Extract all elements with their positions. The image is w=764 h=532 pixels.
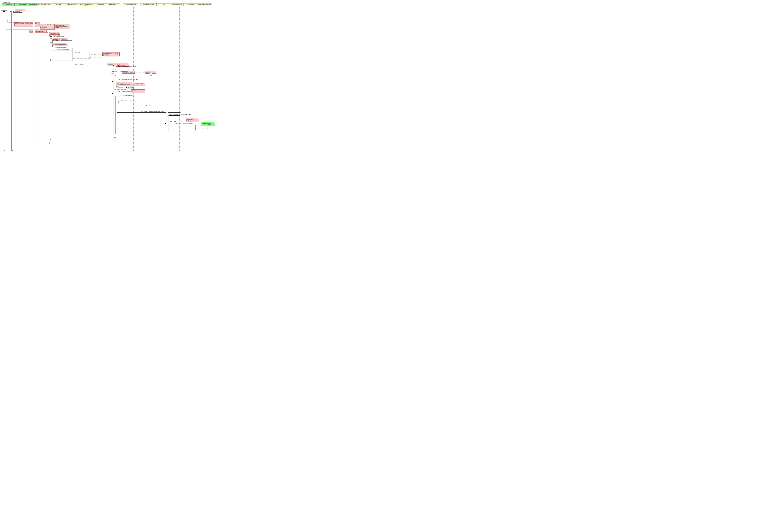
message-arrow [34, 33, 48, 33]
message-arrow [13, 16, 34, 16]
message-label-m19: 1.2.1.2.4.2.4: startActivityUnchecked() [116, 91, 132, 92]
activation-bar [49, 37, 50, 142]
activation-bar [207, 127, 209, 129]
message-arrow [167, 115, 180, 116]
message-label-m1: 1: startActivity() [1, 10, 8, 11]
message-label-m25: 1.2.1.2.4.2.4.1.3.1.1: resumeTopActivity… [169, 121, 191, 122]
activation-bar [180, 112, 181, 116]
message-label-m27: 1.2.1.2.4.2.4.1.3.1.1.1.1: startProcessA… [195, 126, 214, 126]
note-n3: 1. whoThread = 调用者的mainThread 2. 调用者的包名 … [40, 24, 55, 30]
participant-atms2: ActivityTaskManagerService [197, 3, 212, 6]
message-label-m23: 1.2.1.2.4.2.4.1.3: resumeFocusedTasksTop… [141, 111, 164, 112]
return-arrow [50, 60, 73, 60]
return-arrow [49, 35, 60, 36]
frame-title: sd startActivity [2, 2, 11, 3]
lifeline-asc [74, 7, 74, 151]
participant-activitystarter: ActivityStarter [105, 3, 120, 6]
message-label-m20: 1.2.1.2.4.2.4.1: startActivityInner() [118, 95, 133, 96]
return-arrow [13, 146, 34, 146]
message-label-m8: 1.2.1.2.2: enforceNotIsolatedCaller() [53, 45, 69, 46]
participant-rwc: RootWindowContainer [123, 3, 138, 6]
message-label-m14: 1.2.1.2.4.1: getTopDisplayFocusedRootTas… [117, 66, 137, 67]
return-arrow [50, 61, 73, 61]
message-label-m21: 1.2.1.2.4.2.4.1.1: getLaunchRootTask() [119, 100, 135, 101]
message-label-m7: 1.2.1.2.1: assertPackageMatchesCallingUi… [53, 40, 72, 41]
lifeline-rwc2 [179, 7, 180, 151]
alt-operator-label: alt [6, 20, 9, 21]
return-arrow [115, 69, 133, 69]
message-label-m10: 1.2.1.2.3.1: handleIncomingUser() [55, 49, 69, 50]
message-arrow [90, 56, 103, 56]
note-n14: 判断是否可以启动Activity 比如是否home可用拒绝启动等情况 [116, 82, 132, 86]
message-label-m3: 1.2: execStartActivity() [17, 15, 26, 16]
message-label-m13: 1.2.1.2.4: execute() [75, 64, 84, 65]
activation-bar [33, 16, 35, 146]
message-label-m12: 1.2.1.2.3.1.1.1: handleIncomingUser() [91, 54, 106, 55]
lifeline-usercontroller [103, 7, 103, 151]
message-label-m9: 1.2.1.2.3: checkTargetUser() [55, 47, 67, 48]
return-arrow [168, 115, 180, 115]
message-label-m6: 1.2.1.2: startActivityAsUser() [53, 36, 65, 37]
participant-atms: ActivityTaskManagerService [37, 3, 52, 6]
message-label-m16: 1.2.1.2.4.2.1: checkStartAnyActivityPerm… [126, 71, 146, 72]
lifeline-atms2 [207, 7, 207, 151]
participant-rwc2: RootWindowContainer [169, 3, 184, 6]
message-label-m17: 1.2.1.2.4.2.2: shouldAbortBackgroundActi… [116, 79, 137, 80]
activation-bar [102, 56, 104, 58]
participant-asc: ActivityStartController [64, 3, 79, 6]
activity-record-object: ActivityRecord [127, 86, 135, 88]
message-label-m4: 1.2.1: startActivity() [35, 31, 43, 32]
message-arrow [114, 67, 133, 67]
sequence-diagram-frame: sd startActivity ContextImplActivityThre… [2, 2, 238, 154]
note-n16: 记录到mLastStartActivityRecord [131, 89, 145, 93]
message-label-m22: 1.2.1.2.4.2.4.1.2: startActivityLocked() [135, 105, 151, 106]
return-arrow [90, 58, 103, 58]
note-n4: caller = whoThread callingPackage 调用者包名 … [55, 24, 71, 29]
participant-ats: ActivityTaskSupervisor [140, 3, 156, 6]
message-label-m26: 1.2.1.2.4.2.4.1.3.1.1.1: resumeTopActivi… [175, 123, 193, 124]
message-arrow [13, 12, 22, 13]
return-arrow [50, 140, 114, 140]
return-arrow [168, 130, 195, 130]
activation-bar [115, 96, 117, 134]
activation-bar [194, 125, 196, 130]
activation-bar [11, 11, 13, 151]
message-label-m11: 1.2.1.2.3.1.1: handleIncomingUser() [75, 52, 91, 53]
note-n15: 启动，不可启动，延迟了ActivityRecord [132, 82, 145, 86]
participant-amsls: ActivityManagerService.LocalService [79, 3, 94, 7]
lifeline-amsls [89, 7, 89, 151]
participant-taskfragment: TaskFragment [183, 3, 199, 6]
message-label-m24: 1.2.1.2.4.2.4.1.3.1: resumeTopActivityUn… [167, 114, 192, 115]
lifeline-ats [151, 7, 151, 151]
message-arrow [49, 51, 73, 51]
